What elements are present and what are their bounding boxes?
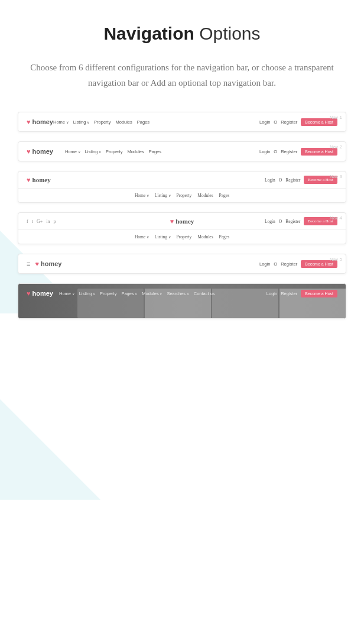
heart-icon-5: ♥	[35, 260, 39, 267]
logo-4: ♥ homey	[170, 218, 194, 225]
nav-card-6: ♥ homey Home Listing Property Pages Modu…	[18, 283, 346, 319]
nav-right-6: Login Register Become a Host	[266, 290, 337, 297]
nav-link-pages-3[interactable]: Pages	[219, 193, 230, 198]
nav-right-5: Login O Register Become a Host	[259, 260, 337, 268]
nav-bar-5: ≡ ♥ homey Login O Register Become a Host	[18, 254, 346, 273]
nav-left-5: ≡ ♥ homey	[27, 260, 61, 267]
nav-link-contact-6[interactable]: Contact us	[194, 291, 215, 296]
pinterest-icon[interactable]: p	[53, 219, 56, 224]
nav-bar-4-top: f t G+ in p ♥ homey Login O Register Bec…	[18, 213, 346, 229]
nav-links-2: Home Listing Property Modules Pages	[65, 149, 161, 154]
login-2[interactable]: Login	[259, 149, 270, 154]
nav-link-home-1[interactable]: Home	[53, 119, 69, 125]
logo-3: ♥ homey	[27, 176, 51, 183]
nav-right-2: Login O Register Become a Host	[259, 148, 337, 156]
nav-link-searches-6[interactable]: Searches	[167, 291, 188, 296]
social-icons-4: f t G+ in p	[27, 219, 56, 224]
nav-link-home-3[interactable]: Home	[135, 193, 149, 198]
register-2[interactable]: Register	[281, 149, 297, 154]
nav-card-1-label: Nav 1	[330, 115, 342, 120]
nav-link-property-6[interactable]: Property	[100, 291, 116, 296]
google-icon[interactable]: G+	[37, 219, 43, 224]
register-4[interactable]: Register	[285, 219, 300, 224]
page-title: Navigation Options	[18, 24, 346, 44]
nav-right-4: Login O Register Become a Host	[265, 217, 337, 225]
nav-bar-1: ♥ homey Home Listing Property Modules Pa…	[18, 112, 346, 131]
page-content: Navigation Options Choose from 6 differe…	[0, 0, 364, 346]
nav-link-home-2[interactable]: Home	[65, 149, 80, 154]
nav-links-6: Home Listing Property Pages Modules Sear…	[59, 291, 215, 296]
logo-6: ♥ homey	[27, 290, 53, 297]
nav-link-listing-1[interactable]: Listing	[73, 119, 89, 125]
brand-name-2: homey	[32, 148, 53, 155]
page-description: Choose from 6 different configurations f…	[18, 60, 346, 90]
instagram-icon[interactable]: in	[46, 219, 50, 224]
logo-2: ♥ homey	[27, 148, 53, 155]
nav-link-modules-1[interactable]: Modules	[115, 119, 132, 125]
login-1[interactable]: Login	[259, 119, 270, 125]
divider-1: O	[274, 119, 277, 125]
heart-icon-4: ♥	[170, 218, 174, 225]
register-3[interactable]: Register	[285, 177, 300, 183]
brand-name-3: homey	[32, 176, 51, 183]
divider-5: O	[274, 261, 277, 267]
login-3[interactable]: Login	[265, 177, 275, 183]
nav-card-3-label: Nav 3	[330, 174, 342, 179]
nav-bar-4-bottom: Home Listing Property Modules Pages	[18, 229, 346, 244]
nav-link-modules-3[interactable]: Modules	[197, 193, 213, 198]
nav-link-pages-4[interactable]: Pages	[219, 234, 230, 240]
divider-4: O	[279, 219, 282, 224]
nav-link-pages-2[interactable]: Pages	[149, 149, 161, 154]
register-1[interactable]: Register	[281, 119, 297, 125]
nav-card-2: Nav 2 ♥ homey Home Listing Property Modu…	[18, 141, 346, 161]
hamburger-icon[interactable]: ≡	[27, 260, 30, 267]
nav-links-1: Home Listing Property Modules Pages	[53, 119, 150, 125]
nav-link-pages-1[interactable]: Pages	[137, 119, 150, 125]
register-6[interactable]: Register	[281, 291, 297, 296]
nav-bar-2: ♥ homey Home Listing Property Modules Pa…	[18, 142, 346, 161]
nav-card-4-label: Nav 4	[330, 215, 342, 221]
nav-bar-6: ♥ homey Home Listing Property Pages Modu…	[18, 284, 346, 303]
divider-2: O	[274, 149, 277, 154]
brand-name-5: homey	[41, 260, 61, 267]
heart-icon-3: ♥	[27, 176, 31, 183]
heart-icon-6: ♥	[27, 290, 31, 297]
nav-link-modules-6[interactable]: Modules	[142, 291, 162, 296]
nav-link-home-6[interactable]: Home	[59, 291, 74, 296]
login-5[interactable]: Login	[259, 261, 270, 267]
nav-link-listing-3[interactable]: Listing	[155, 193, 171, 198]
nav-link-modules-2[interactable]: Modules	[127, 149, 144, 154]
login-6[interactable]: Login	[266, 291, 277, 296]
logo-5: ♥ homey	[35, 260, 61, 267]
nav-link-pages-6[interactable]: Pages	[121, 291, 137, 296]
heart-icon-1: ♥	[27, 118, 31, 125]
brand-name-1: homey	[32, 118, 53, 125]
nav-link-property-4[interactable]: Property	[177, 234, 192, 240]
nav-card-3: Nav 3 ♥ homey Login O Register Become a …	[18, 171, 346, 203]
heart-icon-2: ♥	[27, 148, 31, 155]
register-5[interactable]: Register	[281, 261, 297, 267]
nav-right-1: Login O Register Become a Host	[259, 118, 337, 126]
become-host-6[interactable]: Become a Host	[301, 290, 337, 297]
nav-link-modules-4[interactable]: Modules	[197, 234, 213, 240]
nav-link-home-4[interactable]: Home	[135, 234, 149, 240]
nav-link-listing-6[interactable]: Listing	[79, 291, 95, 296]
nav-card-1: Nav 1 ♥ homey Home Listing Property Modu…	[18, 112, 346, 132]
brand-name-6: homey	[32, 290, 53, 297]
nav-right-3: Login O Register Become a Host	[265, 176, 337, 184]
nav-bar-3-top: ♥ homey Login O Register Become a Host	[18, 172, 346, 188]
nav-link-listing-2[interactable]: Listing	[85, 149, 101, 154]
twitter-icon[interactable]: t	[32, 219, 33, 224]
nav-card-2-label: Nav 2	[330, 144, 342, 150]
nav-link-property-1[interactable]: Property	[94, 119, 110, 125]
login-4[interactable]: Login	[265, 219, 275, 224]
nav-link-listing-4[interactable]: Listing	[155, 234, 171, 240]
divider-3: O	[279, 177, 282, 183]
nav-link-property-3[interactable]: Property	[177, 193, 192, 198]
nav-card-4: Nav 4 f t G+ in p ♥ homey Login O Regist…	[18, 212, 346, 244]
nav-link-property-2[interactable]: Property	[106, 149, 122, 154]
facebook-icon[interactable]: f	[27, 219, 28, 224]
nav-bar-3-bottom: Home Listing Property Modules Pages	[18, 188, 346, 202]
nav-card-5-label: Nav 5	[330, 257, 342, 262]
brand-name-4: homey	[176, 218, 194, 225]
